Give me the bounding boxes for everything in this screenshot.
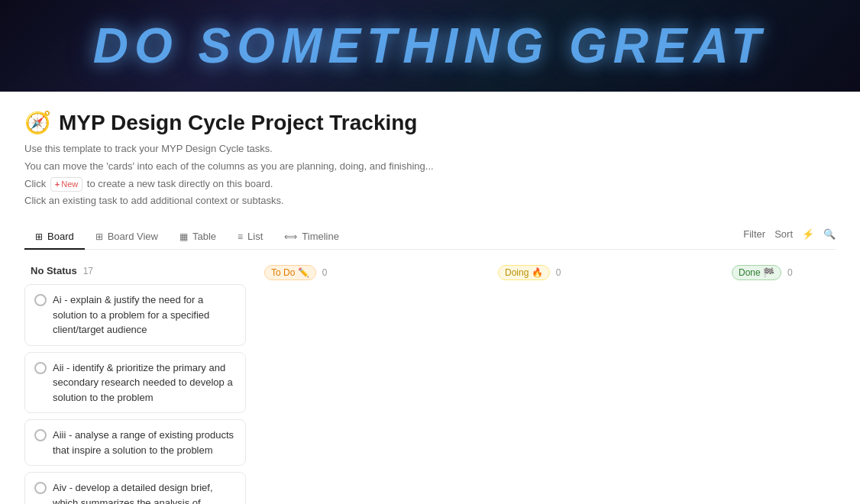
page-content: 🧭 MYP Design Cycle Project Tracking Use … (0, 92, 860, 504)
desc-line-4: Click an existing task to add additional… (24, 193, 836, 209)
column-doing: Doing 🔥 0 (492, 262, 713, 504)
no-status-label: No Status (31, 265, 77, 276)
page-emoji: 🧭 (24, 110, 51, 135)
task-card[interactable]: Aii - identify & prioritize the primary … (24, 352, 246, 414)
filter-button[interactable]: Filter (743, 228, 765, 240)
column-done-header: Done 🏁 0 (726, 262, 836, 288)
todo-badge: To Do ✏️ (264, 265, 316, 280)
task-text: Aiv - develop a detailed design brief, w… (53, 480, 236, 504)
todo-count: 0 (322, 267, 328, 278)
new-badge[interactable]: +New (50, 177, 82, 192)
lightning-icon: ⚡ (802, 228, 814, 240)
sort-label: Sort (774, 228, 793, 240)
tab-list[interactable]: ≡ List (227, 225, 273, 250)
tab-board-view-label: Board View (108, 231, 158, 242)
search-icon: 🔍 (823, 228, 836, 240)
tab-board-view[interactable]: ⊞ Board View (85, 225, 169, 250)
search-button[interactable]: 🔍 (823, 228, 836, 240)
todo-label: To Do ✏️ (271, 267, 309, 278)
column-no-status-header: No Status 17 (24, 262, 246, 284)
page-title: MYP Design Cycle Project Tracking (59, 111, 417, 135)
doing-badge: Doing 🔥 (498, 265, 550, 280)
tab-board-label: Board (47, 231, 74, 242)
filter-label: Filter (743, 228, 765, 240)
view-tabs: ⊞ Board ⊞ Board View ▦ Table ≡ List ⟺ Ti… (24, 225, 836, 250)
timeline-tab-icon: ⟺ (284, 231, 297, 242)
hero-banner: DO SOMETHING GREAT (0, 0, 860, 92)
column-doing-header: Doing 🔥 0 (492, 262, 713, 288)
sort-button[interactable]: Sort (774, 228, 793, 240)
tab-list-label: List (247, 231, 263, 242)
done-label: Done 🏁 (739, 267, 774, 278)
done-badge: Done 🏁 (732, 265, 781, 280)
title-row: 🧭 MYP Design Cycle Project Tracking (24, 110, 836, 135)
board-view-tab-icon: ⊞ (95, 231, 103, 242)
doing-count: 0 (556, 267, 561, 278)
desc-line-2: You can move the 'cards' into each of th… (24, 159, 836, 175)
tab-table[interactable]: ▦ Table (169, 225, 227, 250)
table-tab-icon: ▦ (179, 231, 188, 242)
hero-text: DO SOMETHING GREAT (93, 18, 767, 74)
task-text: Aii - identify & prioritize the primary … (53, 360, 236, 405)
task-status-icon (34, 482, 47, 494)
task-card[interactable]: Ai - explain & justify the need for a so… (24, 284, 246, 346)
column-done: Done 🏁 0 (726, 262, 836, 504)
column-todo: To Do ✏️ 0 (258, 262, 480, 504)
tab-board[interactable]: ⊞ Board (24, 225, 85, 250)
task-card[interactable]: Aiv - develop a detailed design brief, w… (24, 472, 246, 504)
column-todo-header: To Do ✏️ 0 (258, 262, 480, 288)
board-tab-icon: ⊞ (35, 231, 43, 242)
tab-timeline-label: Timeline (302, 231, 339, 242)
column-no-status: No Status 17 Ai - explain & justify the … (24, 262, 246, 504)
task-status-icon (34, 362, 47, 374)
page-description: Use this template to track your MYP Desi… (24, 141, 836, 209)
doing-label: Doing 🔥 (505, 267, 543, 278)
toolbar-right: Filter Sort ⚡ 🔍 (743, 228, 836, 246)
list-tab-icon: ≡ (238, 231, 243, 242)
lightning-button[interactable]: ⚡ (802, 228, 814, 240)
task-status-icon (34, 429, 47, 441)
desc-line-3: Click +New to create a new task directly… (24, 176, 836, 192)
task-text: Ai - explain & justify the need for a so… (53, 292, 236, 338)
done-count: 0 (787, 267, 793, 278)
task-card[interactable]: Aiii - analyse a range of existing produ… (24, 419, 246, 466)
tab-table-label: Table (192, 231, 216, 242)
desc-line-1: Use this template to track your MYP Desi… (24, 141, 836, 157)
tab-timeline[interactable]: ⟺ Timeline (273, 225, 350, 250)
board-area: No Status 17 Ai - explain & justify the … (24, 250, 836, 504)
no-status-count: 17 (83, 266, 93, 276)
task-status-icon (34, 294, 47, 306)
task-text: Aiii - analyse a range of existing produ… (53, 428, 236, 457)
